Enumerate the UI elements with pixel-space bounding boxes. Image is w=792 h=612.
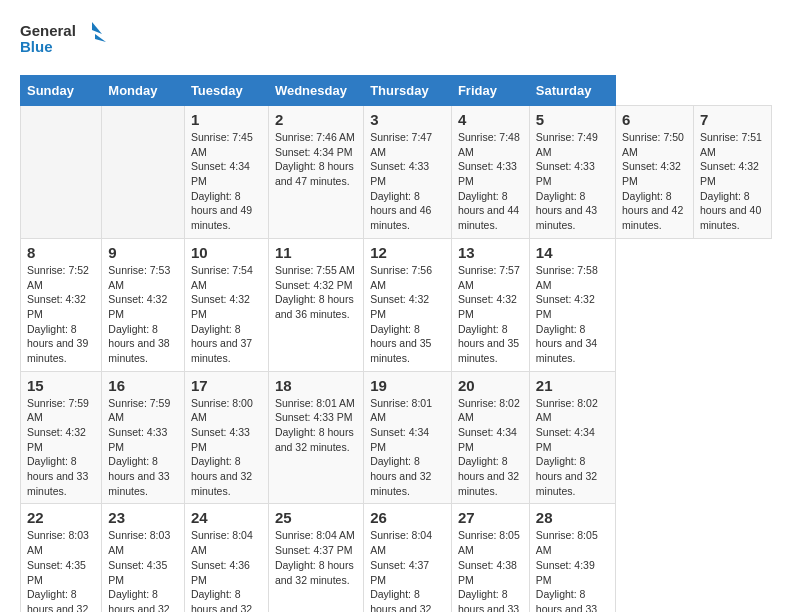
cell-content: Sunrise: 7:50 AMSunset: 4:32 PMDaylight:…	[622, 130, 687, 233]
calendar-day-cell: 25Sunrise: 8:04 AMSunset: 4:37 PMDayligh…	[268, 504, 363, 612]
day-number: 18	[275, 377, 357, 394]
day-number: 10	[191, 244, 262, 261]
cell-content: Sunrise: 7:48 AMSunset: 4:33 PMDaylight:…	[458, 130, 523, 233]
cell-content: Sunrise: 8:00 AMSunset: 4:33 PMDaylight:…	[191, 396, 262, 499]
calendar-day-cell: 3Sunrise: 7:47 AMSunset: 4:33 PMDaylight…	[364, 106, 452, 239]
calendar-day-cell: 23Sunrise: 8:03 AMSunset: 4:35 PMDayligh…	[102, 504, 185, 612]
cell-content: Sunrise: 7:59 AMSunset: 4:32 PMDaylight:…	[27, 396, 95, 499]
calendar-table: SundayMondayTuesdayWednesdayThursdayFrid…	[20, 75, 772, 612]
day-number: 9	[108, 244, 178, 261]
calendar-week-row: 1Sunrise: 7:45 AMSunset: 4:34 PMDaylight…	[21, 106, 772, 239]
day-header-friday: Friday	[451, 76, 529, 106]
calendar-day-cell: 22Sunrise: 8:03 AMSunset: 4:35 PMDayligh…	[21, 504, 102, 612]
day-number: 24	[191, 509, 262, 526]
calendar-day-cell: 6Sunrise: 7:50 AMSunset: 4:32 PMDaylight…	[616, 106, 694, 239]
cell-content: Sunrise: 7:54 AMSunset: 4:32 PMDaylight:…	[191, 263, 262, 366]
day-number: 8	[27, 244, 95, 261]
calendar-day-cell: 7Sunrise: 7:51 AMSunset: 4:32 PMDaylight…	[693, 106, 771, 239]
cell-content: Sunrise: 8:02 AMSunset: 4:34 PMDaylight:…	[458, 396, 523, 499]
day-number: 20	[458, 377, 523, 394]
day-number: 13	[458, 244, 523, 261]
logo-svg: General Blue	[20, 20, 110, 65]
cell-content: Sunrise: 7:45 AMSunset: 4:34 PMDaylight:…	[191, 130, 262, 233]
day-number: 27	[458, 509, 523, 526]
day-number: 25	[275, 509, 357, 526]
cell-content: Sunrise: 8:03 AMSunset: 4:35 PMDaylight:…	[108, 528, 178, 612]
calendar-day-cell: 10Sunrise: 7:54 AMSunset: 4:32 PMDayligh…	[184, 238, 268, 371]
cell-content: Sunrise: 7:49 AMSunset: 4:33 PMDaylight:…	[536, 130, 609, 233]
calendar-body: 1Sunrise: 7:45 AMSunset: 4:34 PMDaylight…	[21, 106, 772, 613]
cell-content: Sunrise: 7:59 AMSunset: 4:33 PMDaylight:…	[108, 396, 178, 499]
day-number: 23	[108, 509, 178, 526]
day-number: 5	[536, 111, 609, 128]
day-header-wednesday: Wednesday	[268, 76, 363, 106]
calendar-day-cell: 11Sunrise: 7:55 AMSunset: 4:32 PMDayligh…	[268, 238, 363, 371]
day-number: 6	[622, 111, 687, 128]
cell-content: Sunrise: 8:04 AMSunset: 4:37 PMDaylight:…	[275, 528, 357, 587]
cell-content: Sunrise: 7:52 AMSunset: 4:32 PMDaylight:…	[27, 263, 95, 366]
calendar-day-cell: 27Sunrise: 8:05 AMSunset: 4:38 PMDayligh…	[451, 504, 529, 612]
calendar-day-cell: 4Sunrise: 7:48 AMSunset: 4:33 PMDaylight…	[451, 106, 529, 239]
day-number: 7	[700, 111, 765, 128]
cell-content: Sunrise: 8:01 AMSunset: 4:34 PMDaylight:…	[370, 396, 445, 499]
day-number: 16	[108, 377, 178, 394]
day-number: 15	[27, 377, 95, 394]
calendar-day-cell: 12Sunrise: 7:56 AMSunset: 4:32 PMDayligh…	[364, 238, 452, 371]
cell-content: Sunrise: 7:58 AMSunset: 4:32 PMDaylight:…	[536, 263, 609, 366]
page-header: General Blue	[20, 20, 772, 65]
cell-content: Sunrise: 7:53 AMSunset: 4:32 PMDaylight:…	[108, 263, 178, 366]
cell-content: Sunrise: 7:51 AMSunset: 4:32 PMDaylight:…	[700, 130, 765, 233]
day-number: 19	[370, 377, 445, 394]
day-header-thursday: Thursday	[364, 76, 452, 106]
empty-cell	[102, 106, 185, 239]
calendar-day-cell: 1Sunrise: 7:45 AMSunset: 4:34 PMDaylight…	[184, 106, 268, 239]
day-header-sunday: Sunday	[21, 76, 102, 106]
calendar-week-row: 22Sunrise: 8:03 AMSunset: 4:35 PMDayligh…	[21, 504, 772, 612]
day-number: 4	[458, 111, 523, 128]
calendar-day-cell: 13Sunrise: 7:57 AMSunset: 4:32 PMDayligh…	[451, 238, 529, 371]
cell-content: Sunrise: 7:56 AMSunset: 4:32 PMDaylight:…	[370, 263, 445, 366]
calendar-day-cell: 24Sunrise: 8:04 AMSunset: 4:36 PMDayligh…	[184, 504, 268, 612]
day-header-saturday: Saturday	[529, 76, 615, 106]
calendar-day-cell: 2Sunrise: 7:46 AMSunset: 4:34 PMDaylight…	[268, 106, 363, 239]
calendar-day-cell: 21Sunrise: 8:02 AMSunset: 4:34 PMDayligh…	[529, 371, 615, 504]
cell-content: Sunrise: 7:46 AMSunset: 4:34 PMDaylight:…	[275, 130, 357, 189]
day-header-tuesday: Tuesday	[184, 76, 268, 106]
calendar-day-cell: 9Sunrise: 7:53 AMSunset: 4:32 PMDaylight…	[102, 238, 185, 371]
calendar-week-row: 15Sunrise: 7:59 AMSunset: 4:32 PMDayligh…	[21, 371, 772, 504]
calendar-day-cell: 28Sunrise: 8:05 AMSunset: 4:39 PMDayligh…	[529, 504, 615, 612]
day-number: 12	[370, 244, 445, 261]
cell-content: Sunrise: 8:03 AMSunset: 4:35 PMDaylight:…	[27, 528, 95, 612]
day-number: 2	[275, 111, 357, 128]
day-number: 28	[536, 509, 609, 526]
day-number: 26	[370, 509, 445, 526]
cell-content: Sunrise: 8:01 AMSunset: 4:33 PMDaylight:…	[275, 396, 357, 455]
cell-content: Sunrise: 7:57 AMSunset: 4:32 PMDaylight:…	[458, 263, 523, 366]
calendar-day-cell: 14Sunrise: 7:58 AMSunset: 4:32 PMDayligh…	[529, 238, 615, 371]
cell-content: Sunrise: 8:04 AMSunset: 4:37 PMDaylight:…	[370, 528, 445, 612]
logo-area: General Blue	[20, 20, 110, 65]
svg-marker-3	[95, 34, 106, 42]
cell-content: Sunrise: 8:04 AMSunset: 4:36 PMDaylight:…	[191, 528, 262, 612]
cell-content: Sunrise: 8:05 AMSunset: 4:39 PMDaylight:…	[536, 528, 609, 612]
svg-text:Blue: Blue	[20, 38, 53, 55]
cell-content: Sunrise: 7:55 AMSunset: 4:32 PMDaylight:…	[275, 263, 357, 322]
day-number: 3	[370, 111, 445, 128]
empty-cell	[21, 106, 102, 239]
calendar-day-cell: 20Sunrise: 8:02 AMSunset: 4:34 PMDayligh…	[451, 371, 529, 504]
day-number: 11	[275, 244, 357, 261]
day-header-monday: Monday	[102, 76, 185, 106]
svg-marker-2	[92, 22, 102, 34]
day-number: 17	[191, 377, 262, 394]
cell-content: Sunrise: 8:05 AMSunset: 4:38 PMDaylight:…	[458, 528, 523, 612]
calendar-day-cell: 16Sunrise: 7:59 AMSunset: 4:33 PMDayligh…	[102, 371, 185, 504]
calendar-day-cell: 8Sunrise: 7:52 AMSunset: 4:32 PMDaylight…	[21, 238, 102, 371]
calendar-day-cell: 17Sunrise: 8:00 AMSunset: 4:33 PMDayligh…	[184, 371, 268, 504]
calendar-day-cell: 18Sunrise: 8:01 AMSunset: 4:33 PMDayligh…	[268, 371, 363, 504]
svg-text:General: General	[20, 22, 76, 39]
day-number: 14	[536, 244, 609, 261]
calendar-week-row: 8Sunrise: 7:52 AMSunset: 4:32 PMDaylight…	[21, 238, 772, 371]
calendar-header-row: SundayMondayTuesdayWednesdayThursdayFrid…	[21, 76, 772, 106]
calendar-day-cell: 15Sunrise: 7:59 AMSunset: 4:32 PMDayligh…	[21, 371, 102, 504]
calendar-day-cell: 26Sunrise: 8:04 AMSunset: 4:37 PMDayligh…	[364, 504, 452, 612]
